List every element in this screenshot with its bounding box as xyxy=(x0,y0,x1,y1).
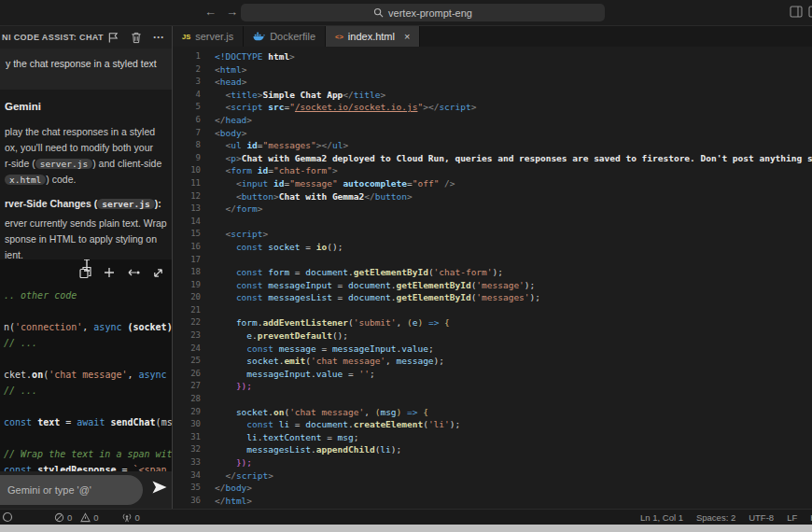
code-line: sponse in HTML to apply styling on xyxy=(5,231,172,247)
insert-into-file-icon[interactable] xyxy=(127,267,140,278)
response-paragraph: play the chat responses in a styledox, y… xyxy=(5,124,172,188)
chat-panel-header: NI CODE ASSIST: CHAT ··· xyxy=(0,26,172,49)
code-line: 4 <title>Simple Chat App</title> xyxy=(173,89,812,102)
line-number: 22 xyxy=(173,316,215,329)
cursor-position[interactable]: Ln 1, Col 1 xyxy=(640,512,683,523)
user-message: y the chat response in a styled text xyxy=(0,49,172,90)
code-line: 29 socket.on('chat message', (msg) => { xyxy=(173,406,812,419)
remote-indicator-icon[interactable] xyxy=(2,511,13,523)
chat-code-block: .. other coden('connection', async (sock… xyxy=(0,259,172,471)
line-number: 36 xyxy=(173,495,215,508)
response-author: Gemini xyxy=(5,101,172,112)
line-number: 12 xyxy=(173,190,215,203)
chat-input-area: Gemini or type '@' xyxy=(0,471,172,509)
line-number: 13 xyxy=(173,203,215,216)
feedback-icon[interactable] xyxy=(107,32,119,44)
line-number: 20 xyxy=(173,291,215,304)
line-number: 29 xyxy=(173,406,215,419)
code-line: 5 <script src="/socket.io/socket.io.js">… xyxy=(173,101,812,114)
line-number: 6 xyxy=(173,114,215,127)
line-number: 28 xyxy=(173,393,215,406)
line-number: 9 xyxy=(173,152,215,165)
line-number: 30 xyxy=(173,418,215,431)
tab-server-js[interactable]: JS server.js xyxy=(173,26,244,47)
more-actions-icon[interactable]: ··· xyxy=(153,33,164,42)
line-number: 17 xyxy=(173,254,215,267)
warnings-status[interactable]: 0 xyxy=(80,512,98,523)
ports-count: 0 xyxy=(135,512,140,523)
code-line: 24 const message = messageInput.value; xyxy=(173,343,812,356)
editor-lines: 1<!DOCTYPE html>2<html>3<head>4 <title>S… xyxy=(173,50,812,507)
layout-panel-icon[interactable] xyxy=(790,6,803,18)
code-line: 27 }); xyxy=(173,380,812,393)
send-icon[interactable] xyxy=(150,480,169,495)
line-number: 7 xyxy=(173,127,215,140)
line-number: 21 xyxy=(173,304,215,317)
line-number: 31 xyxy=(173,431,215,444)
warning-icon xyxy=(80,512,91,523)
code-line: .. other code xyxy=(4,287,172,303)
code-line: const text = await sendChat(msg xyxy=(4,414,172,430)
code-line: 28 xyxy=(173,393,812,406)
line-number: 23 xyxy=(173,329,215,343)
line-number: 14 xyxy=(173,216,215,229)
code-line: 33 }); xyxy=(173,456,812,469)
tab-dockerfile[interactable]: Dockerfile xyxy=(244,26,326,47)
code-line: 34 </script> xyxy=(173,469,812,483)
code-line: 13 </form> xyxy=(173,203,812,216)
code-line: 22 form.addEventListener('submit', (e) =… xyxy=(173,316,812,329)
tab-label: server.js xyxy=(195,31,233,42)
code-line: 10 <form id="chat-form"> xyxy=(173,164,812,177)
close-tab-icon[interactable]: × xyxy=(404,31,410,42)
code-block-toolbar xyxy=(79,266,164,279)
layout-toggle-icon[interactable] xyxy=(808,6,812,18)
nav-back-icon[interactable]: ← xyxy=(204,5,217,19)
expand-icon[interactable] xyxy=(152,267,164,279)
code-line xyxy=(4,351,172,367)
indentation[interactable]: Spaces: 2 xyxy=(696,512,735,523)
tab-index-html[interactable]: <> index.html × xyxy=(326,26,420,47)
line-number: 4 xyxy=(173,89,215,102)
code-line: cket.on('chat message', async xyxy=(4,367,172,383)
search-value: vertex-prompt-eng xyxy=(388,7,472,19)
code-line: 19 const messageInput = document.getElem… xyxy=(173,279,812,292)
code-line: x.html) code. xyxy=(5,172,172,188)
code-editor[interactable]: 1<!DOCTYPE html>2<html>3<head>4 <title>S… xyxy=(173,47,812,509)
copy-icon[interactable] xyxy=(79,266,91,279)
code-line: rver-Side Changes (server.js): xyxy=(5,196,172,212)
html-file-icon: <> xyxy=(335,33,343,41)
command-search-box[interactable]: vertex-prompt-eng xyxy=(241,4,605,21)
eol-sequence[interactable]: LF xyxy=(787,512,797,523)
editor-group: JS server.js Dockerfile <> index.html × … xyxy=(172,26,812,509)
line-number: 32 xyxy=(173,443,215,456)
code-line: 1<!DOCTYPE html> xyxy=(173,50,812,63)
code-line: 20 const messagesList = document.getElem… xyxy=(173,291,812,304)
code-line: 14 xyxy=(173,216,812,229)
code-line: 36</html> xyxy=(173,495,812,508)
line-number: 26 xyxy=(173,368,215,381)
code-line: n('connection', async (socket) xyxy=(4,319,172,335)
chat-prompt-input[interactable]: Gemini or type '@' xyxy=(0,475,143,505)
code-line: 2<html> xyxy=(173,63,812,77)
encoding[interactable]: UTF-8 xyxy=(749,512,774,523)
status-bar: 0 0 0 Ln 1, Col 1 Spaces: 2 UTF-8 LF HTM… xyxy=(0,509,812,525)
trash-icon[interactable] xyxy=(131,32,142,44)
code-line xyxy=(4,399,172,414)
docker-whale-icon xyxy=(253,32,265,41)
chat-code-lines: .. other coden('connection', async (sock… xyxy=(4,287,172,471)
code-line: 26 messageInput.value = ''; xyxy=(173,368,812,381)
chat-panel-title: NI CODE ASSIST: CHAT xyxy=(2,33,104,42)
code-line: 16 const socket = io(); xyxy=(173,241,812,254)
line-number: 33 xyxy=(173,456,215,469)
insert-plus-icon[interactable] xyxy=(104,267,115,278)
line-number: 1 xyxy=(173,50,215,63)
errors-status[interactable]: 0 xyxy=(54,512,72,523)
code-line: 3<head> xyxy=(173,76,812,89)
line-number: 2 xyxy=(173,63,215,77)
chat-input-placeholder: Gemini or type '@' xyxy=(7,484,91,496)
nav-forward-icon[interactable]: → xyxy=(226,5,238,19)
tab-label: Dockerfile xyxy=(270,31,315,42)
code-line: 18 const form = document.getElementById(… xyxy=(173,266,812,279)
code-line: ox, you'll need to modify both your xyxy=(5,140,172,156)
ports-status[interactable]: 0 xyxy=(121,512,140,523)
